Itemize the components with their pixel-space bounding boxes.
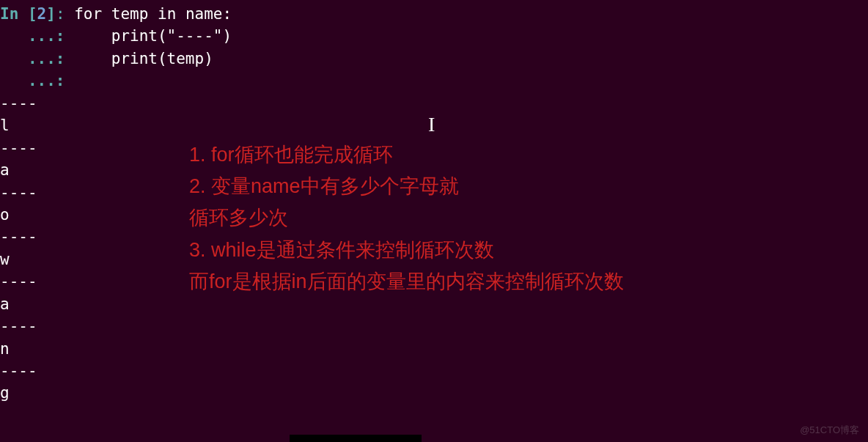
prompt-bracket-open: [ xyxy=(28,5,37,23)
code-text-3: print(temp) xyxy=(74,50,213,67)
annotation-line-3: 循环多少次 xyxy=(189,202,624,234)
annotation-line-2: 2. 变量name中有多少个字母就 xyxy=(189,171,624,202)
annotation-overlay: 1. for循环也能完成循环 2. 变量name中有多少个字母就 循环多少次 3… xyxy=(189,139,624,298)
prompt-colon: : xyxy=(56,5,74,23)
prompt-bracket-close: ] xyxy=(46,5,56,23)
prompt-in-label: In xyxy=(0,5,28,23)
code-text-1: for temp in name: xyxy=(74,5,232,23)
annotation-line-1: 1. for循环也能完成循环 xyxy=(189,139,624,171)
code-line-1: In [2]: for temp in name: xyxy=(0,3,868,25)
code-text-2: print("----") xyxy=(74,27,232,45)
annotation-line-5: 而for是根据in后面的变量里的内容来控制循环次数 xyxy=(189,266,624,298)
continuation-prompt: ...: xyxy=(0,50,74,67)
code-line-3: ...: print(temp) xyxy=(0,48,868,70)
code-line-4: ...: xyxy=(0,70,868,92)
annotation-line-4: 3. while是通过条件来控制循环次数 xyxy=(189,235,624,266)
output-line: ---- xyxy=(0,315,868,337)
text-cursor-icon: I xyxy=(428,110,435,140)
code-line-2: ...: print("----") xyxy=(0,25,868,47)
bottom-dark-bar xyxy=(290,435,422,442)
output-line: ---- xyxy=(0,360,868,382)
continuation-prompt: ...: xyxy=(0,72,74,89)
prompt-number: 2 xyxy=(37,5,47,23)
output-line: n xyxy=(0,338,868,360)
continuation-prompt: ...: xyxy=(0,27,74,45)
watermark-text: @51CTO博客 xyxy=(800,424,859,438)
output-line: g xyxy=(0,382,868,404)
